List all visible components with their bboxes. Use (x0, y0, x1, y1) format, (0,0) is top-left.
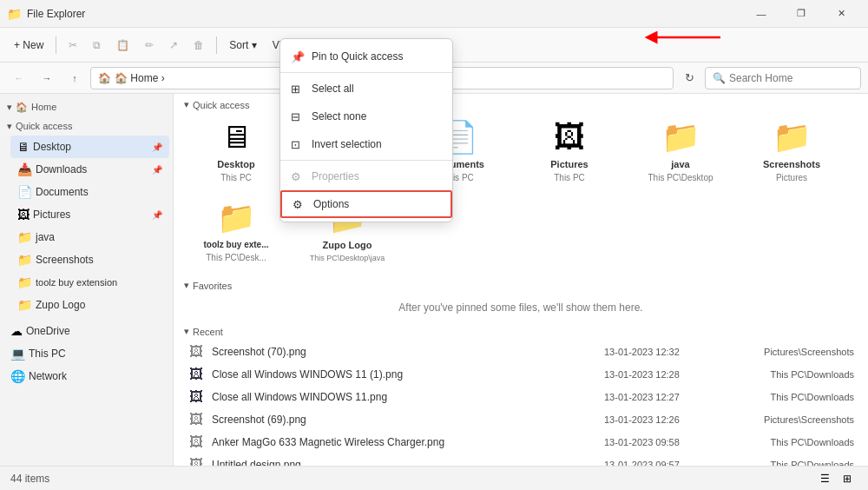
folder-tile-desktop[interactable]: 🖥 Desktop This PC (184, 114, 288, 188)
sidebar-item-pictures[interactable]: 🖼 Pictures 📌 (10, 203, 169, 226)
network-icon: 🌐 (10, 369, 25, 383)
file-type-icon: 🖼 (187, 367, 205, 382)
file-name: Screenshot (70).png (212, 346, 597, 358)
folder-icon: 📁 (217, 200, 256, 236)
sidebar-item-toolz[interactable]: 📁 toolz buy extension (10, 271, 169, 294)
search-input[interactable] (729, 72, 859, 84)
sidebar-home-label: Home (31, 102, 56, 112)
menu-item-select-none[interactable]: ⊟ Select none (280, 103, 452, 130)
refresh-button[interactable]: ↻ (677, 66, 701, 90)
chevron-icon-rec: ▾ (184, 326, 189, 337)
file-location: This PC\Downloads (724, 392, 854, 402)
list-item[interactable]: 🖼 Untitled design.png 13-01-2023 09:57 T… (184, 454, 858, 466)
chevron-down-icon-qa: ▾ (7, 121, 12, 132)
pictures-icon: 🖼 (17, 208, 30, 222)
sidebar-item-thispc[interactable]: 💻 This PC (3, 342, 169, 365)
sort-button[interactable]: Sort ▾ (222, 32, 263, 58)
dropdown-menu: 📌 Pin to Quick access ⊞ Select all ⊟ Sel… (279, 38, 453, 222)
sidebar-item-label: toolz buy extension (36, 277, 162, 288)
folder-tile-java[interactable]: 📁 java This PC\Desktop (628, 114, 733, 188)
share-button[interactable]: ↗ (162, 32, 185, 58)
sidebar-item-network[interactable]: 🌐 Network (3, 365, 169, 387)
list-item[interactable]: 🖼 Close all Windows WINDOWS 11 (1).png 1… (184, 363, 858, 386)
quick-access-group: 🖥 Desktop 📌 📥 Downloads 📌 📄 Documents 🖼 … (0, 136, 173, 316)
delete-button[interactable]: 🗑 (187, 32, 211, 58)
paste-button[interactable]: 📋 (109, 32, 136, 58)
sidebar-item-label: java (36, 231, 162, 243)
sidebar-item-zupo[interactable]: 📁 Zupo Logo (10, 294, 169, 316)
back-button[interactable]: ← (7, 66, 31, 90)
up-button[interactable]: ↑ (62, 66, 87, 90)
copy-button[interactable]: ⧉ (86, 32, 108, 58)
title-bar: 📁 File Explorer — ❐ ✕ (0, 0, 868, 28)
list-item[interactable]: 🖼 Close all Windows WINDOWS 11.png 13-01… (184, 386, 858, 408)
sidebar-home-header[interactable]: ▾ 🏠 Home (0, 97, 173, 116)
folder-icon: 📁 (17, 298, 32, 312)
file-date: 13-01-2023 12:26 (604, 414, 717, 425)
sidebar-item-screenshots[interactable]: 📁 Screenshots (10, 248, 169, 271)
status-bar: 44 items ☰ ⊞ (0, 466, 868, 490)
folder-tile-toolz[interactable]: 📁 toolz buy exte... This PC\Desk... (184, 195, 288, 268)
quick-access-label: Quick access (16, 121, 72, 131)
new-button[interactable]: + New (7, 32, 50, 58)
close-button[interactable]: ✕ (821, 0, 861, 28)
pin-icon: 📌 (152, 165, 162, 175)
file-type-icon: 🖼 (187, 457, 205, 466)
file-type-icon: 🖼 (187, 389, 205, 405)
menu-item-invert-label: Invert selection (312, 138, 382, 150)
list-view-button[interactable]: ☰ (814, 468, 835, 489)
delete-icon: 🗑 (194, 39, 204, 51)
desktop-icon: 🖥 (17, 140, 30, 154)
copy-icon: ⧉ (93, 39, 101, 51)
sidebar-item-java[interactable]: 📁 java (10, 226, 169, 248)
file-type-icon: 🖼 (187, 434, 205, 450)
menu-item-properties[interactable]: ⚙ Properties (280, 162, 452, 190)
menu-item-invert[interactable]: ⊡ Invert selection (280, 130, 452, 158)
folder-tile-pictures[interactable]: 🖼 Pictures This PC (517, 114, 621, 188)
select-none-icon: ⊟ (291, 110, 305, 123)
sidebar-item-documents[interactable]: 📄 Documents (10, 181, 169, 203)
content-area: ▾ Quick access 🖥 Desktop This PC 📥 Downl… (174, 94, 868, 466)
file-type-icon: 🖼 (187, 344, 205, 360)
cut-button[interactable]: ✂ (62, 32, 84, 58)
file-name: Screenshot (69).png (212, 414, 597, 426)
home-sidebar-icon: 🏠 (16, 102, 28, 113)
file-location: This PC\Downloads (724, 460, 854, 466)
quick-access-section-header[interactable]: ▾ Quick access (174, 94, 868, 114)
onedrive-icon: ☁ (10, 324, 23, 338)
sidebar-item-onedrive[interactable]: ☁ OneDrive (3, 320, 169, 342)
file-location: Pictures\Screenshots (724, 414, 854, 425)
quick-access-header[interactable]: ▾ Quick access (0, 116, 173, 136)
grid-view-button[interactable]: ⊞ (837, 468, 858, 489)
favorites-section-header[interactable]: ▾ Favorites (174, 275, 868, 295)
downloads-icon: 📥 (17, 162, 32, 176)
sidebar-item-desktop[interactable]: 🖥 Desktop 📌 (10, 136, 169, 158)
rename-button[interactable]: ✏ (138, 32, 161, 58)
folder-tile-screenshots[interactable]: 📁 Screenshots Pictures (740, 114, 844, 188)
menu-item-pin[interactable]: 📌 Pin to Quick access (280, 43, 452, 70)
list-item[interactable]: 🖼 Anker MagGo 633 Magnetic Wireless Char… (184, 431, 858, 454)
file-name: Untitled design.png (212, 459, 597, 466)
menu-item-options-label: Options (313, 198, 349, 210)
maximize-button[interactable]: ❐ (781, 0, 821, 28)
file-name: Close all Windows WINDOWS 11.png (212, 391, 597, 403)
folder-icon: 🖥 (220, 119, 252, 156)
file-location: This PC\Downloads (724, 369, 854, 380)
folder-icon: 📁 (17, 230, 32, 244)
menu-item-select-all[interactable]: ⊞ Select all (280, 75, 452, 103)
search-box[interactable]: 🔍 (705, 67, 861, 89)
home-icon: 🏠 (98, 72, 111, 84)
list-item[interactable]: 🖼 Screenshot (70).png 13-01-2023 12:32 P… (184, 341, 858, 363)
quick-access-grid: 🖥 Desktop This PC 📥 Downloads This PC 📄 … (174, 114, 868, 275)
list-item[interactable]: 🖼 Screenshot (69).png 13-01-2023 12:26 P… (184, 408, 858, 431)
chevron-icon-fav: ▾ (184, 280, 189, 291)
folder-icon: 🖼 (554, 119, 585, 156)
forward-button[interactable]: → (35, 66, 59, 90)
file-name: Close all Windows WINDOWS 11 (1).png (212, 368, 597, 381)
menu-item-options[interactable]: ⚙ Options (280, 190, 452, 218)
toolbar-separator (56, 36, 56, 54)
minimize-button[interactable]: — (741, 0, 781, 28)
sidebar-item-downloads[interactable]: 📥 Downloads 📌 (10, 158, 169, 181)
recent-section-header[interactable]: ▾ Recent (174, 321, 868, 341)
window-controls: — ❐ ✕ (741, 0, 861, 28)
